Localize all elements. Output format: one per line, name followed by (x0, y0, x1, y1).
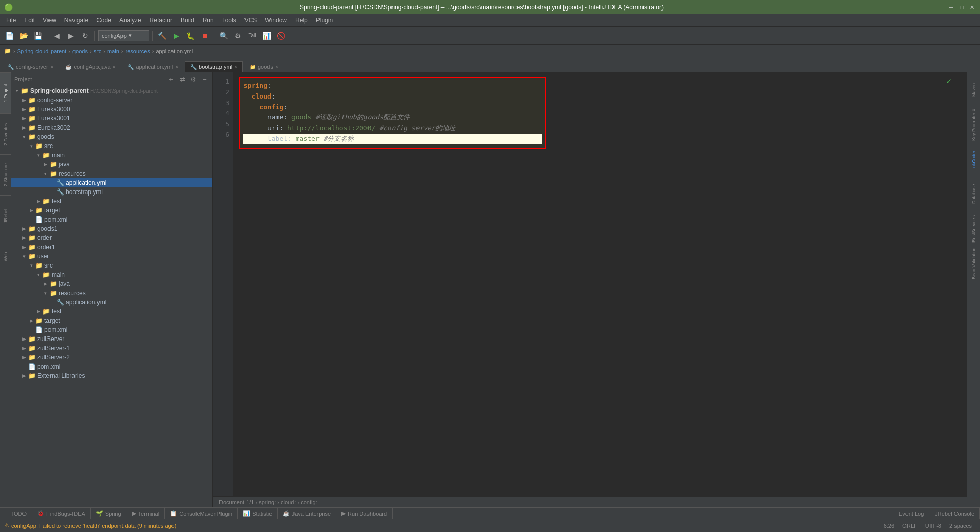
breadcrumb-resources[interactable]: resources (125, 48, 150, 54)
save-button[interactable]: 💾 (32, 30, 44, 42)
menu-build[interactable]: Build (177, 16, 199, 25)
rundashboard-tab[interactable]: ▶ Run Dashboard (336, 508, 393, 519)
tree-goods-test[interactable]: ▶ 📁 test (11, 197, 212, 206)
tree-goods-pom[interactable]: 📄 pom.xml (11, 215, 212, 224)
tree-user-main[interactable]: ▾ 📁 main (11, 270, 212, 279)
tree-user-test[interactable]: ▶ 📁 test (11, 307, 212, 316)
tree-goods-java[interactable]: ▶ 📁 java (11, 160, 212, 169)
maven-panel-btn[interactable]: Maven (968, 75, 979, 105)
bean-validation-panel-btn[interactable]: Bean Validation (968, 248, 979, 279)
tree-goods-bootstrap-yml[interactable]: 🔧 bootstrap.yml (11, 187, 212, 197)
todo-tab[interactable]: ≡ TODO (0, 508, 32, 519)
tab-config-server[interactable]: 🔧 config-server × (2, 61, 59, 72)
settings-button[interactable]: ⚙ (232, 30, 244, 42)
consolemaven-tab[interactable]: 📋 ConsoleMavenPlugin (165, 508, 238, 519)
tree-goods-application-yml[interactable]: 🔧 application.yml (11, 178, 212, 187)
tab-goods[interactable]: 📁 goods × (244, 61, 284, 72)
tree-zullserver1[interactable]: ▶ 📁 zullServer-1 (11, 344, 212, 353)
cancel-button[interactable]: 🚫 (275, 30, 287, 42)
nkcoder-panel-btn[interactable]: nkCoder (968, 144, 979, 175)
tree-user-src[interactable]: ▾ 📁 src (11, 261, 212, 270)
menu-tools[interactable]: Tools (218, 16, 240, 25)
web-panel-btn[interactable]: Web (0, 236, 11, 277)
menu-help[interactable]: Help (291, 16, 312, 25)
tree-external-libs[interactable]: ▶ 📁 External Libraries (11, 371, 212, 380)
new-file-button[interactable]: 📄 (3, 30, 15, 42)
tree-eureka3000[interactable]: ▶ 📁 Eureka3000 (11, 105, 212, 114)
close-button[interactable]: ✕ (968, 3, 976, 11)
menu-window[interactable]: Window (261, 16, 291, 25)
maximize-button[interactable]: □ (958, 3, 966, 11)
forward-button[interactable]: ▶ (65, 30, 77, 42)
tree-eureka3002[interactable]: ▶ 📁 Eureka3002 (11, 123, 212, 132)
tree-root[interactable]: ▾ 📁 Spring-cloud-parent H:\CSDN\Spring-c… (11, 86, 212, 95)
tree-goods-src[interactable]: ▾ 📁 src (11, 141, 212, 151)
open-button[interactable]: 📂 (17, 30, 30, 42)
sidebar-add-btn[interactable]: + (166, 75, 176, 84)
tab-bootstrap-yml[interactable]: 🔧 bootstrap.yml × (185, 61, 243, 72)
eventlog-tab[interactable]: Event Log (894, 508, 930, 519)
restservices-panel-btn[interactable]: RestServices (968, 213, 979, 244)
code-editor[interactable]: ✓ spring: cloud: config: name: goods #读取… (233, 72, 967, 496)
run-button[interactable]: ▶ (170, 30, 182, 42)
spring-tab[interactable]: 🌱 Spring (91, 508, 127, 519)
findbugs-tab[interactable]: 🐞 FindBugs-IDEA (32, 508, 91, 519)
tail-button[interactable]: Tail (246, 30, 258, 42)
tree-root-pom[interactable]: 📄 pom.xml (11, 362, 212, 371)
favorites-panel-btn[interactable]: 2:Favorites (0, 113, 11, 154)
tree-user-pom[interactable]: 📄 pom.xml (11, 325, 212, 334)
tree-zullserver[interactable]: ▶ 📁 zullServer (11, 334, 212, 344)
tree-order[interactable]: ▶ 📁 order (11, 233, 212, 243)
breadcrumb-project[interactable]: Spring-cloud-parent (17, 48, 67, 54)
database-panel-btn[interactable]: Database (968, 179, 979, 209)
tree-goods1[interactable]: ▶ 📁 goods1 (11, 224, 212, 233)
breadcrumb-main[interactable]: main (107, 48, 119, 54)
close-tab-bootstrap-yml[interactable]: × (234, 64, 237, 70)
tree-user-target[interactable]: ▶ 📁 target (11, 316, 212, 325)
status-position[interactable]: 6:26 (879, 523, 898, 529)
sidebar-sync-btn[interactable]: ⇄ (178, 75, 187, 84)
debug-button[interactable]: 🐛 (184, 30, 197, 42)
project-panel-btn[interactable]: 1:Project (0, 72, 11, 113)
menu-analyze[interactable]: Analyze (115, 16, 145, 25)
minimize-button[interactable]: ─ (947, 3, 955, 11)
breadcrumb-goods[interactable]: goods (72, 48, 88, 54)
stop-button[interactable]: ⏹ (199, 30, 211, 42)
tree-eureka3001[interactable]: ▶ 📁 Eureka3001 (11, 114, 212, 123)
jrebel-console-tab[interactable]: JRebel Console (929, 508, 980, 519)
tree-order1[interactable]: ▶ 📁 order1 (11, 243, 212, 252)
tree-goods-main[interactable]: ▾ 📁 main (11, 151, 212, 160)
close-tab-application-yml[interactable]: × (175, 64, 178, 70)
terminal-tab[interactable]: ▶ Terminal (127, 508, 165, 519)
build-button[interactable]: 🔨 (156, 30, 168, 42)
menu-edit[interactable]: Edit (20, 16, 39, 25)
structure-panel-btn[interactable]: Z-Structure (0, 154, 11, 195)
tab-configapp[interactable]: ☕ configApp.java × (60, 61, 121, 72)
tree-goods[interactable]: ▾ 📁 goods (11, 132, 212, 141)
menu-file[interactable]: File (2, 16, 20, 25)
tree-zullserver2[interactable]: ▶ 📁 zullServer-2 (11, 353, 212, 362)
back-button[interactable]: ◀ (51, 30, 63, 42)
tree-goods-target[interactable]: ▶ 📁 target (11, 206, 212, 215)
status-encoding[interactable]: UTF-8 (921, 523, 945, 529)
chart-button[interactable]: 📊 (260, 30, 273, 42)
close-tab-config-server[interactable]: × (51, 64, 54, 70)
close-tab-configapp[interactable]: × (113, 64, 116, 70)
editor-content[interactable]: 1 2 3 4 5 6 ✓ spring: cloud: (213, 72, 967, 496)
key-promoter-panel-btn[interactable]: Key Promoter X (968, 109, 979, 140)
menu-code[interactable]: Code (92, 16, 115, 25)
sidebar-collapse-btn[interactable]: − (200, 75, 209, 84)
tree-user-application-yml[interactable]: 🔧 application.yml (11, 298, 212, 307)
status-indent[interactable]: 2 spaces (945, 523, 976, 529)
menu-navigate[interactable]: Navigate (60, 16, 92, 25)
search-button[interactable]: 🔍 (217, 30, 230, 42)
refresh-button[interactable]: ↻ (79, 30, 91, 42)
tree-goods-resources[interactable]: ▾ 📁 resources (11, 169, 212, 178)
close-tab-goods[interactable]: × (275, 64, 278, 70)
menu-plugin[interactable]: Plugin (312, 16, 337, 25)
statistic-tab[interactable]: 📊 Statistic (238, 508, 278, 519)
tree-user-resources[interactable]: ▾ 📁 resources (11, 288, 212, 298)
menu-refactor[interactable]: Refactor (145, 16, 177, 25)
sidebar-settings-btn[interactable]: ⚙ (189, 75, 198, 84)
tree-config-server[interactable]: ▶ 📁 config-server (11, 95, 212, 105)
